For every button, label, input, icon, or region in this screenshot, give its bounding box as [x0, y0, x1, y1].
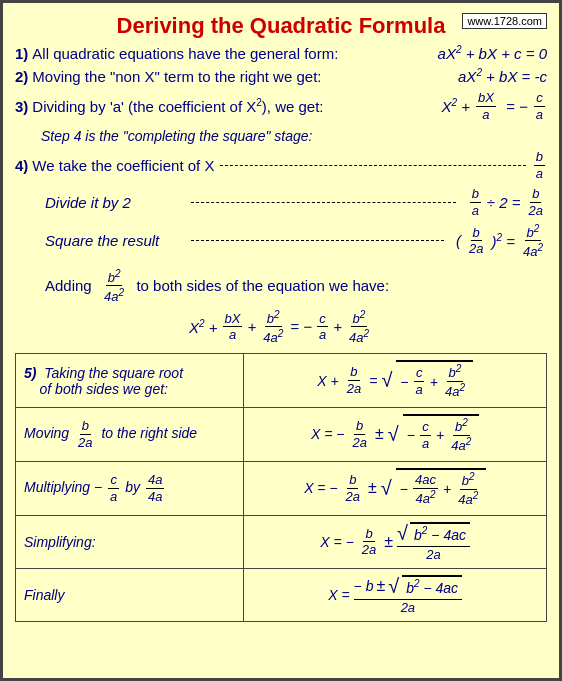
- step2-line: 2) Moving the "non X" term to the right …: [15, 67, 547, 85]
- step3-text: Dividing by 'a' (the coefficient of X2),…: [32, 97, 323, 115]
- adding-line: Adding b24a2 to both sides of the equati…: [45, 267, 547, 304]
- square-formula: ( b2a )2 = b24a2: [456, 223, 547, 260]
- step7-right: X = − b2a ± √ − 4ac4a2 + b24a2: [244, 461, 547, 515]
- step9-right: X = − b ± √ b2 − 4ac 2a: [244, 568, 547, 621]
- step9-row: Finally X = − b ± √ b2 − 4ac 2: [16, 568, 547, 621]
- step2-formula: aX2 + bX = -c: [450, 67, 547, 85]
- step3-line: 3) Dividing by 'a' (the coefficient of X…: [15, 90, 547, 122]
- big-formula: X2 + bXa + b24a2 = − ca + b24a2: [15, 308, 547, 345]
- step1-text: All quadratic equations have the general…: [32, 45, 338, 62]
- step5-left: 5) Taking the square root of both sides …: [16, 354, 244, 408]
- divide-row: Divide it by 2 ba ÷ 2 = b2a: [45, 186, 547, 218]
- divide-label: Divide it by 2: [45, 194, 185, 211]
- step1-line: 1) All quadratic equations have the gene…: [15, 44, 547, 62]
- page: www.1728.com Deriving the Quadratic Form…: [0, 0, 562, 681]
- step5-right: X + b2a = √ − ca + b24a2: [244, 354, 547, 408]
- adding-text: Adding: [45, 277, 100, 294]
- steps-table: 5) Taking the square root of both sides …: [15, 353, 547, 622]
- step4-dots: [220, 165, 525, 166]
- step6-right: X = − b2a ± √ − ca + b24a2: [244, 407, 547, 461]
- step7-left: Multiplying − ca by 4a4a: [16, 461, 244, 515]
- step2-text: Moving the "non X" term to the right we …: [32, 68, 321, 85]
- square-dots: [191, 240, 444, 241]
- step4-num: 4): [15, 157, 28, 174]
- divide-dots: [191, 202, 456, 203]
- step8-left: Simplifying:: [16, 515, 244, 568]
- step6-row: Moving b2a to the right side X = − b2a ±…: [16, 407, 547, 461]
- adding-frac: b24a2: [102, 267, 126, 304]
- step3-formula: X2 + bXa = − ca: [433, 90, 547, 122]
- square-label: Square the result: [45, 232, 185, 249]
- square-row: Square the result ( b2a )2 = b24a2: [45, 223, 547, 260]
- step2-num: 2): [15, 68, 28, 85]
- adding-text2: to both sides of the equation we have:: [128, 277, 389, 294]
- step4-label: Step 4 is the "completing the square" st…: [41, 128, 547, 144]
- divide-formula: ba ÷ 2 = b2a: [468, 186, 547, 218]
- step4-text: We take the coefficient of X: [32, 157, 214, 174]
- step3-num: 3): [15, 98, 28, 115]
- step1-num: 1): [15, 45, 28, 62]
- step1-formula: aX2 + bX + c = 0: [429, 44, 547, 62]
- website-badge: www.1728.com: [462, 13, 547, 29]
- step7-row: Multiplying − ca by 4a4a X = − b2a ± √ −…: [16, 461, 547, 515]
- step9-left: Finally: [16, 568, 244, 621]
- step8-row: Simplifying: X = − b2a ± √ b2 − 4ac 2a: [16, 515, 547, 568]
- step6-left: Moving b2a to the right side: [16, 407, 244, 461]
- step8-right: X = − b2a ± √ b2 − 4ac 2a: [244, 515, 547, 568]
- step4-line: 4) We take the coefficient of X ba: [15, 149, 547, 181]
- step4-formula: ba: [532, 149, 547, 181]
- step5-row: 5) Taking the square root of both sides …: [16, 354, 547, 408]
